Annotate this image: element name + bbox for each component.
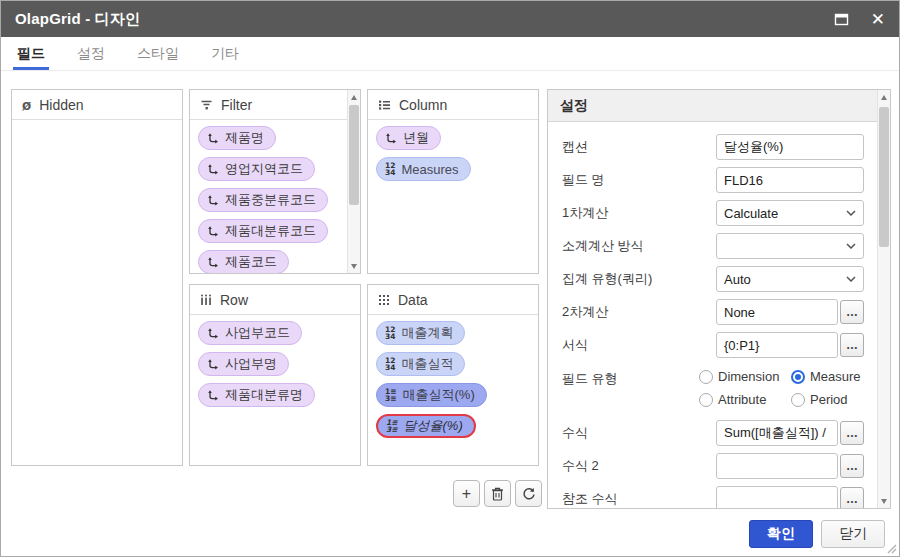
caption-label: 캡션 bbox=[562, 138, 716, 156]
field-pill[interactable]: 1234 매출계획 bbox=[376, 321, 465, 345]
scroll-up-icon[interactable] bbox=[878, 90, 890, 104]
settings-panel-title: 설정 bbox=[560, 97, 588, 115]
column-panel-body: 년월 1234 Measures bbox=[368, 120, 538, 194]
field-pill-label: 제품대분류명 bbox=[225, 386, 303, 404]
format-ellipsis-button[interactable]: … bbox=[840, 333, 864, 357]
radio-dimension-circle[interactable] bbox=[699, 370, 713, 384]
ok-button[interactable]: 확인 bbox=[749, 520, 813, 548]
hidden-panel-header: ø Hidden bbox=[12, 90, 182, 120]
resize-grip[interactable] bbox=[886, 543, 897, 554]
formula2-ellipsis-button[interactable]: … bbox=[840, 454, 864, 478]
scrollbar-thumb[interactable] bbox=[879, 107, 889, 247]
hidden-eye-icon: ø bbox=[22, 97, 31, 112]
setting-row-ref-formula: 참조 수식 … bbox=[562, 486, 864, 509]
aggregate-type-select-value: Auto bbox=[724, 272, 846, 287]
formula2-input[interactable] bbox=[716, 453, 838, 479]
ref-formula-label: 참조 수식 bbox=[562, 490, 716, 508]
column-list-icon bbox=[378, 99, 391, 111]
field-pill-label: 제품코드 bbox=[225, 253, 277, 271]
field-pill-label: 사업부코드 bbox=[225, 324, 290, 342]
tab-etc[interactable]: 기타 bbox=[209, 37, 241, 70]
restore-window-icon[interactable] bbox=[834, 13, 849, 26]
field-pill[interactable]: 제품대분류명 bbox=[198, 383, 315, 407]
setting-row-field-type: 필드 유형 Dimension Measure Attr bbox=[562, 365, 864, 413]
field-pill[interactable]: 년월 bbox=[376, 126, 441, 150]
close-icon[interactable]: ✕ bbox=[871, 11, 885, 28]
calc-field-icon: 1≡3≡ bbox=[386, 419, 398, 433]
aggregate-type-label: 집계 유형(쿼리) bbox=[562, 270, 716, 288]
field-pill[interactable]: 제품코드 bbox=[198, 250, 289, 274]
calc2-ellipsis-button[interactable]: … bbox=[840, 300, 864, 324]
olapgrid-design-dialog: OlapGrid - 디자인 ✕ 필드 설정 스타일 기타 ø Hidden F… bbox=[0, 0, 900, 557]
calc-field-icon: 1≡3≡ bbox=[385, 388, 397, 402]
aggregate-type-select[interactable]: Auto bbox=[716, 266, 864, 292]
hidden-panel-body[interactable] bbox=[12, 120, 182, 132]
format-input[interactable] bbox=[716, 332, 838, 358]
calc1-select[interactable]: Calculate bbox=[716, 200, 864, 226]
move-field-icon bbox=[207, 256, 219, 268]
scrollbar-thumb[interactable] bbox=[349, 105, 359, 205]
move-field-icon bbox=[207, 194, 219, 206]
radio-attribute-circle[interactable] bbox=[699, 393, 713, 407]
subtotal-method-label: 소계계산 방식 bbox=[562, 237, 716, 255]
field-name-input[interactable] bbox=[716, 167, 864, 193]
move-field-icon bbox=[207, 389, 219, 401]
close-button[interactable]: 닫기 bbox=[821, 520, 885, 548]
formula-label: 수식 bbox=[562, 424, 716, 442]
radio-measure-label: Measure bbox=[810, 369, 861, 384]
ref-formula-ellipsis-button[interactable]: … bbox=[840, 487, 864, 509]
field-pill[interactable]: 1234 Measures bbox=[376, 157, 471, 181]
numbers-icon: 1234 bbox=[385, 357, 395, 371]
formula-ellipsis-button[interactable]: … bbox=[840, 421, 864, 445]
field-pill[interactable]: 사업부명 bbox=[198, 352, 289, 376]
trash-icon bbox=[491, 487, 504, 501]
scroll-up-icon[interactable] bbox=[348, 90, 360, 104]
formula2-label: 수식 2 bbox=[562, 457, 716, 475]
field-pill[interactable]: 제품대분류코드 bbox=[198, 219, 328, 243]
field-pill-selected[interactable]: 1≡3≡ 달성율(%) bbox=[376, 414, 476, 438]
hidden-panel-title: Hidden bbox=[39, 97, 83, 113]
tab-style[interactable]: 스타일 bbox=[135, 37, 181, 70]
radio-period[interactable]: Period bbox=[791, 392, 861, 407]
row-panel-title: Row bbox=[220, 292, 248, 308]
setting-row-formula: 수식 … bbox=[562, 420, 864, 446]
filter-panel-title: Filter bbox=[221, 97, 252, 113]
hidden-panel: ø Hidden bbox=[11, 89, 183, 466]
field-pill[interactable]: 제품명 bbox=[198, 126, 276, 150]
setting-row-formula2: 수식 2 … bbox=[562, 453, 864, 479]
setting-row-aggregate-type: 집계 유형(쿼리) Auto bbox=[562, 266, 864, 292]
radio-dimension-label: Dimension bbox=[718, 369, 779, 384]
radio-period-label: Period bbox=[810, 392, 848, 407]
settings-scrollbar[interactable] bbox=[877, 90, 890, 508]
scroll-down-icon[interactable] bbox=[878, 494, 890, 508]
scroll-down-icon[interactable] bbox=[348, 259, 360, 273]
delete-field-button[interactable] bbox=[484, 480, 511, 507]
data-grid-icon bbox=[378, 294, 390, 306]
calc2-input[interactable] bbox=[716, 299, 838, 325]
radio-attribute-label: Attribute bbox=[718, 392, 766, 407]
radio-measure[interactable]: Measure bbox=[791, 369, 861, 384]
setting-row-calc2: 2차계산 … bbox=[562, 299, 864, 325]
field-pill[interactable]: 1≡3≡ 매출실적(%) bbox=[376, 383, 487, 407]
dialog-footer: 확인 닫기 bbox=[1, 512, 899, 556]
radio-period-circle[interactable] bbox=[791, 393, 805, 407]
ref-formula-input[interactable] bbox=[716, 486, 838, 509]
settings-panel-header: 설정 bbox=[548, 90, 890, 122]
radio-dimension[interactable]: Dimension bbox=[699, 369, 791, 384]
tab-settings[interactable]: 설정 bbox=[75, 37, 107, 70]
field-pill[interactable]: 사업부코드 bbox=[198, 321, 302, 345]
subtotal-method-select[interactable] bbox=[716, 233, 864, 259]
field-pill[interactable]: 제품중분류코드 bbox=[198, 188, 328, 212]
radio-attribute[interactable]: Attribute bbox=[699, 392, 791, 407]
field-pill[interactable]: 1234 매출실적 bbox=[376, 352, 465, 376]
add-field-button[interactable]: + bbox=[453, 480, 480, 507]
field-pill-label: 제품중분류코드 bbox=[225, 191, 316, 209]
tab-fields[interactable]: 필드 bbox=[15, 37, 47, 70]
filter-scrollbar[interactable] bbox=[347, 90, 360, 273]
refresh-field-button[interactable] bbox=[515, 480, 542, 507]
numbers-icon: 1234 bbox=[385, 162, 395, 176]
caption-input[interactable] bbox=[716, 134, 864, 160]
field-pill[interactable]: 영업지역코드 bbox=[198, 157, 315, 181]
formula-input[interactable] bbox=[716, 420, 838, 446]
radio-measure-circle[interactable] bbox=[791, 370, 805, 384]
